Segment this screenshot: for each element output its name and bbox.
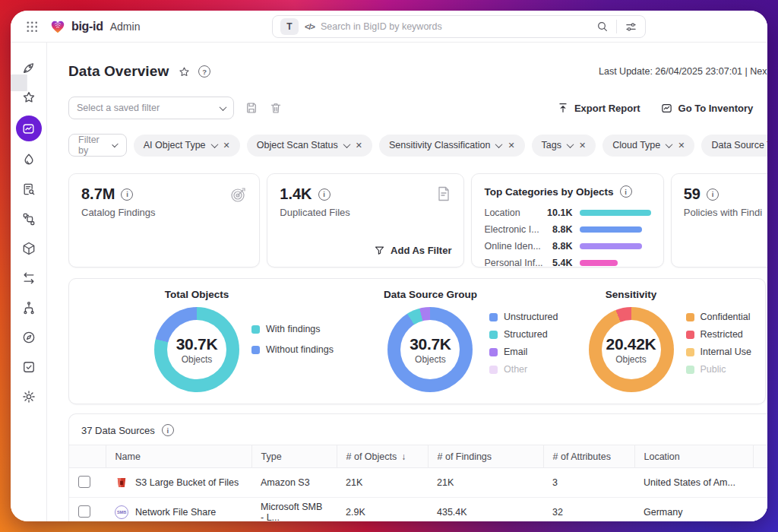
chevron-down-icon (567, 141, 574, 148)
export-report-button[interactable]: Export Report (557, 102, 640, 114)
legend-item[interactable]: Unstructured (489, 312, 558, 322)
search-input[interactable]: Search in BigID by keywords (321, 21, 590, 32)
help-icon[interactable]: ? (198, 65, 210, 78)
info-icon[interactable]: i (121, 188, 133, 201)
brand-name: big-id (71, 20, 103, 33)
category-bar (580, 210, 650, 216)
category-bar-row[interactable]: Electronic I... 8.8K (484, 223, 650, 236)
chip-ai-object-type[interactable]: AI Object Type ✕ (134, 135, 240, 157)
sort-desc-icon[interactable]: ↓ (401, 451, 406, 462)
flame-icon[interactable] (21, 151, 37, 168)
column-findings[interactable]: # of Findings (428, 445, 543, 468)
add-as-filter-button[interactable]: Add As Filter (374, 245, 451, 256)
sidebar-nav (11, 43, 47, 521)
info-icon[interactable]: i (620, 185, 632, 198)
legend-item[interactable]: Structured (489, 329, 558, 340)
chip-sensitivity-classification[interactable]: Sensitivity Classification ✕ (379, 135, 525, 157)
classification-icon[interactable] (21, 211, 37, 227)
delete-filter-button[interactable] (269, 101, 283, 115)
trash-icon (269, 101, 283, 115)
policies-value: 59 (684, 185, 701, 203)
cube-icon[interactable] (21, 240, 37, 257)
amazon-s3-icon (115, 476, 128, 489)
settings-gear-icon[interactable] (21, 388, 37, 405)
catalog-findings-card[interactable]: 8.7M i Catalog Findings (68, 173, 260, 268)
filter-by-dropdown[interactable]: Filter by (68, 134, 127, 157)
data-sources-table: Name Type # of Objects↓ # of Findings # … (69, 445, 767, 521)
info-icon[interactable]: i (162, 424, 174, 436)
donut-chart-total-objects[interactable]: 30.7K Objects (154, 307, 239, 392)
legend-item[interactable]: Email (489, 347, 558, 357)
save-filter-button[interactable] (245, 101, 258, 115)
chevron-down-icon (112, 141, 118, 147)
column-name[interactable]: Name (106, 445, 251, 468)
legend-swatch (489, 313, 498, 321)
task-check-icon[interactable] (21, 359, 37, 375)
legend-swatch (251, 325, 260, 334)
close-icon[interactable]: ✕ (223, 141, 230, 150)
donut-chart-data-source-group[interactable]: 30.7K Objects (387, 307, 473, 392)
sidebar-divider (11, 74, 27, 91)
legend-swatch (489, 348, 498, 356)
chip-cloud-type[interactable]: Cloud Type ✕ (602, 135, 694, 157)
query-search-toggle[interactable]: </> (305, 22, 315, 31)
text-search-toggle[interactable]: T (280, 18, 299, 35)
legend-item[interactable]: Other (489, 364, 558, 375)
chip-tags[interactable]: Tags ✕ (532, 135, 596, 157)
network-icon[interactable] (21, 299, 37, 316)
search-icon[interactable] (596, 21, 609, 33)
donut-chart-sensitivity[interactable]: 20.42K Objects (589, 307, 674, 392)
legend-swatch (686, 313, 694, 321)
row-checkbox[interactable] (78, 505, 90, 518)
app-launcher-icon[interactable] (26, 21, 37, 32)
legend-item[interactable]: Restricted (686, 329, 751, 340)
app-window: big-id Admin T </> Search in BigID by ke… (11, 11, 767, 521)
column-location[interactable]: Location (634, 445, 753, 468)
legend-item[interactable]: Internal Use (686, 347, 751, 357)
legend-item[interactable]: Without findings (251, 344, 334, 355)
category-bar-row[interactable]: Personal Inf... 5.4K (484, 256, 650, 270)
global-search[interactable]: T </> Search in BigID by keywords (272, 15, 646, 38)
star-icon[interactable] (21, 89, 37, 106)
close-icon[interactable]: ✕ (579, 141, 586, 150)
policies-card[interactable]: 59 i Policies with Findi (671, 173, 767, 268)
table-row[interactable]: SMB Network File Share Microsoft SMB - L… (69, 498, 767, 522)
catalog-findings-value: 8.7M (81, 185, 115, 203)
close-icon[interactable]: ✕ (678, 141, 685, 150)
category-bar-row[interactable]: Online Iden... 8.8K (484, 239, 650, 253)
legend-item[interactable]: Public (686, 364, 751, 375)
row-checkbox[interactable] (78, 476, 90, 488)
legend-item[interactable]: With findings (251, 324, 334, 334)
duplicated-files-card[interactable]: 1.4K i Duplicated Files Add As Filter (267, 173, 464, 268)
rocket-icon[interactable] (21, 59, 37, 76)
category-bar-row[interactable]: Location 10.1K (484, 206, 650, 220)
donut-center-value: 30.7K (176, 335, 218, 353)
category-bar (580, 226, 641, 233)
data-source-name[interactable]: Network File Share (135, 507, 216, 518)
sidebar-item-data-overview-active[interactable] (16, 116, 42, 141)
column-attributes[interactable]: # of Attributes (543, 445, 634, 468)
column-objects[interactable]: # of Objects↓ (337, 445, 428, 468)
select-all-header[interactable] (69, 445, 106, 468)
legend-swatch (686, 331, 694, 339)
go-to-inventory-button[interactable]: Go To Inventory (660, 102, 754, 115)
info-icon[interactable]: i (318, 188, 330, 201)
legend-item[interactable]: Confidential (686, 312, 751, 322)
close-icon[interactable]: ✕ (508, 141, 514, 150)
close-icon[interactable]: ✕ (356, 141, 362, 150)
info-icon[interactable]: i (707, 188, 719, 201)
topbar: big-id Admin T </> Search in BigID by ke… (11, 11, 767, 43)
column-type[interactable]: Type (251, 445, 337, 468)
chip-object-scan-status[interactable]: Object Scan Status ✕ (247, 135, 372, 157)
advanced-filters-icon[interactable] (625, 21, 637, 33)
table-row[interactable]: S3 Large Bucket of Files Amazon S3 21K 2… (69, 468, 767, 498)
favorite-star-icon[interactable] (178, 65, 191, 78)
swap-arrows-icon[interactable] (21, 270, 37, 287)
chip-data-source-type[interactable]: Data Source Type ✕ (701, 135, 767, 157)
data-source-name[interactable]: S3 Large Bucket of Files (135, 477, 239, 488)
brand-logo[interactable]: big-id Admin (49, 18, 140, 35)
saved-filter-select[interactable]: Select a saved filter (68, 97, 234, 119)
top-categories-card[interactable]: Top Categories by Objects i Location 10.… (471, 173, 663, 268)
report-search-icon[interactable] (21, 181, 37, 198)
compass-icon[interactable] (21, 329, 37, 346)
